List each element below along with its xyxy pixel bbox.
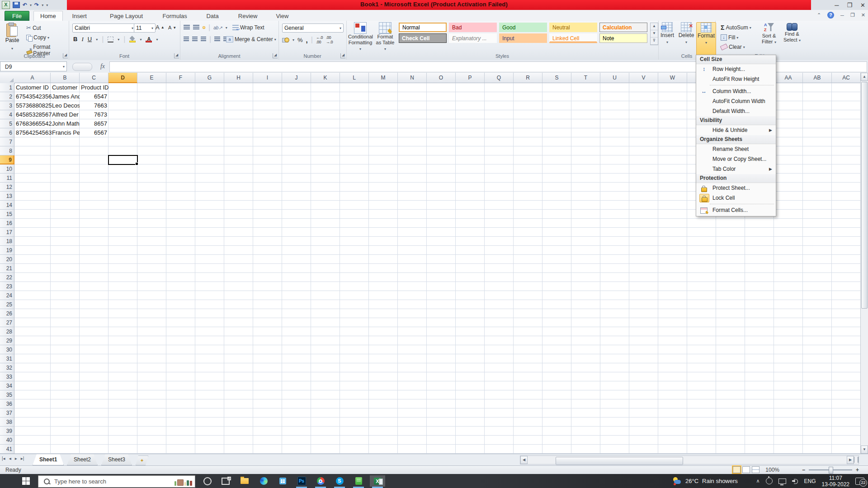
row-header-29[interactable]: 29 [0,336,14,345]
sheet-tab-sheet3[interactable]: Sheet3 [101,454,132,465]
task-view-button[interactable] [218,475,233,487]
taskbar-search[interactable]: Type here to search [38,475,195,488]
increase-decimal-button[interactable]: ←.0.00 [316,35,323,44]
number-dialog-launcher-icon[interactable]: ◢ [340,53,345,58]
column-header-I[interactable]: I [253,73,282,83]
row-header-1[interactable]: 1 [0,83,14,92]
gallery-scroll-down-icon[interactable]: ▼ [651,30,658,38]
cell-B2[interactable]: James And [51,92,80,101]
paste-button[interactable]: Paste▾ [3,23,22,52]
column-header-B[interactable]: B [51,73,80,83]
tab-insert[interactable]: Insert [65,11,94,21]
row-header-13[interactable]: 13 [0,192,14,201]
font-dialog-launcher-icon[interactable]: ◢ [174,53,179,58]
wrap-text-button[interactable]: Wrap Text [231,23,266,32]
column-header-F[interactable]: F [166,73,195,83]
copy-button[interactable]: Copy▾ [24,33,69,42]
column-header-S[interactable]: S [542,73,571,83]
font-color-button[interactable]: A [146,36,152,42]
excel-taskbar-button[interactable]: X [370,475,385,487]
row-header-36[interactable]: 36 [0,399,14,408]
sort-filter-button[interactable]: AZ Sort & Filter ▾ [759,22,779,45]
zoom-level[interactable]: 100% [765,467,779,473]
autosum-button[interactable]: ΣAutoSum▾ [719,23,753,32]
column-header-N[interactable]: N [398,73,427,83]
row-header-12[interactable]: 12 [0,183,14,192]
menu-item-protect-sheet-[interactable]: Protect Sheet... [696,183,776,193]
font-color-dropdown-icon[interactable]: ▾ [156,38,158,42]
row-header-10[interactable]: 10 [0,164,14,174]
decrease-decimal-button[interactable]: .00→.0 [326,35,333,44]
column-header-J[interactable]: J [282,73,311,83]
row-header-6[interactable]: 6 [0,128,14,137]
clear-button[interactable]: Clear▾ [719,43,753,51]
column-header-Q[interactable]: Q [485,73,514,83]
zoom-slider-thumb[interactable] [829,467,833,474]
column-header-E[interactable]: E [137,73,166,83]
zoom-in-icon[interactable]: + [856,467,859,473]
cell-A6[interactable]: 87564254563 [14,128,51,137]
row-header-9[interactable]: 9 [0,155,14,164]
tab-home[interactable]: Home [33,11,63,21]
cell-C1[interactable]: Product ID [80,83,108,92]
cell-style-linked-cell[interactable]: Linked Cell [549,33,597,43]
number-format-select[interactable]: General▾ [282,23,344,33]
row-header-20[interactable]: 20 [0,255,14,264]
chrome-button[interactable] [313,475,328,487]
fill-button[interactable]: ↓Fill▾ [719,33,753,42]
tab-review[interactable]: Review [231,11,264,21]
column-header-D[interactable]: D [108,73,137,83]
column-header-P[interactable]: P [456,73,485,83]
first-sheet-icon[interactable]: |◂ [2,456,5,461]
skype-button[interactable]: S [332,475,347,487]
cell-C3[interactable]: 7663 [80,101,108,110]
menu-item-lock-cell[interactable]: Lock Cell [696,193,776,203]
row-header-37[interactable]: 37 [0,408,14,418]
column-header-G[interactable]: G [195,73,224,83]
cell-B4[interactable]: Alfred Der [51,110,80,119]
delete-cells-button[interactable]: Delete▾ [677,22,695,45]
row-header-41[interactable]: 41 [0,445,14,454]
language-indicator[interactable]: ENG [804,478,816,484]
cell-A5[interactable]: 67683665542 [14,119,51,128]
tray-expand-icon[interactable]: ∧ [756,478,760,484]
tab-split-handle[interactable] [854,457,859,463]
align-right-button[interactable] [201,37,206,42]
zoom-out-icon[interactable]: − [802,467,805,473]
column-header-R[interactable]: R [514,73,542,83]
cell-style-neutral[interactable]: Neutral [549,23,597,32]
help-icon[interactable]: ? [827,12,834,19]
vertical-scrollbar-thumb[interactable] [861,82,868,309]
scroll-left-icon[interactable]: ◀ [520,456,528,464]
menu-item-move-or-copy-sheet-[interactable]: Move or Copy Sheet... [696,154,776,164]
conditional-formatting-button[interactable]: Conditional Formatting ▾ [348,22,373,52]
column-header-V[interactable]: V [629,73,658,83]
tab-formulas[interactable]: Formulas [156,11,194,21]
notification-center-icon[interactable]: 22 [855,478,864,485]
sheet-tab-sheet1[interactable]: Sheet1 [33,454,64,465]
alignment-dialog-launcher-icon[interactable]: ◢ [273,53,278,58]
cell-B3[interactable]: Leo Decos [51,101,80,110]
column-header-M[interactable]: M [369,73,398,83]
workbook-restore-icon[interactable]: ❐ [850,12,855,18]
accounting-format-button[interactable] [282,37,289,42]
shrink-font-button[interactable]: A▼ [166,24,178,31]
workbook-close-icon[interactable]: ✕ [861,12,865,18]
row-header-34[interactable]: 34 [0,381,14,390]
cell-C4[interactable]: 7673 [80,110,108,119]
menu-item-autofit-column-width[interactable]: AutoFit Column Width [696,96,776,106]
prev-sheet-icon[interactable]: ◂ [9,456,11,461]
edge-button[interactable] [256,475,271,487]
menu-item-rename-sheet[interactable]: Rename Sheet [696,144,776,154]
start-button[interactable] [18,475,33,487]
top-align-button[interactable] [184,25,190,30]
align-left-button[interactable] [184,37,189,42]
clipboard-dialog-launcher-icon[interactable]: ◢ [63,53,68,58]
row-header-16[interactable]: 16 [0,219,14,228]
cell-B6[interactable]: Francis Pe [51,128,80,137]
column-header-W[interactable]: W [658,73,687,83]
insert-cells-button[interactable]: Insert▾ [658,22,676,45]
column-header-AA[interactable]: AA [774,73,803,83]
cell-A1[interactable]: Customer ID [14,83,51,92]
next-sheet-icon[interactable]: ▸ [15,456,17,461]
